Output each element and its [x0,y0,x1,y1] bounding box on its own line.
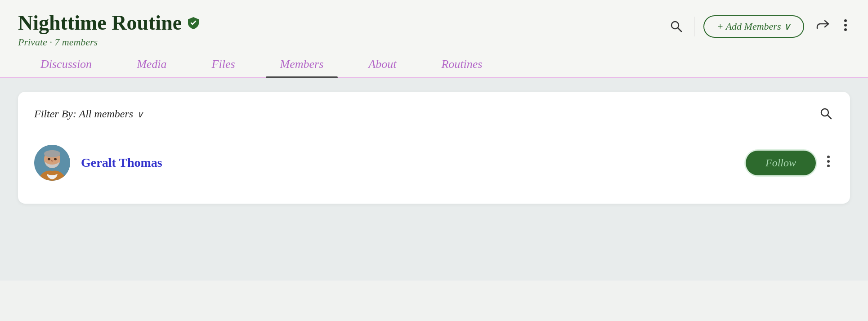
tab-routines[interactable]: Routines [419,49,505,77]
chevron-down-icon: ∨ [137,109,143,120]
svg-point-12 [827,156,830,158]
filter-label-text: Filter By: All members [34,108,133,120]
svg-line-1 [678,28,681,31]
members-card: Filter By: All members ∨ [18,92,850,204]
header-search-button[interactable] [667,17,685,36]
member-name: Geralt Thomas [81,156,735,170]
tab-files[interactable]: Files [189,49,258,77]
add-members-button[interactable]: + Add Members ∨ [703,15,804,38]
nav-tabs-container: Discussion Media Files Members About Rou… [0,49,868,78]
filter-bar: Filter By: All members ∨ [34,105,834,132]
svg-point-11 [54,158,57,160]
tab-members[interactable]: Members [258,49,346,77]
svg-point-14 [827,165,830,167]
svg-point-9 [44,150,60,157]
member-search-button[interactable] [818,105,834,123]
group-title-text: Nighttime Routine [18,11,182,35]
follow-button[interactable]: Follow [746,151,816,175]
svg-line-6 [828,115,831,119]
svg-point-13 [827,160,830,163]
nav-tabs: Discussion Media Files Members About Rou… [18,49,850,77]
shield-icon [186,16,201,30]
group-subtitle: Private · 7 members [18,36,201,48]
tab-about[interactable]: About [346,49,419,77]
tab-media[interactable]: Media [114,49,189,77]
svg-point-2 [844,19,847,22]
group-title: Nighttime Routine [18,11,201,35]
member-actions: Follow [746,151,834,175]
header-actions: + Add Members ∨ [667,8,850,38]
share-button[interactable] [813,16,832,37]
header-divider [694,17,694,36]
more-options-button[interactable] [841,16,850,37]
svg-point-4 [844,28,847,31]
add-members-label: + Add Members ∨ [717,21,791,32]
member-row: Geralt Thomas Follow [34,132,834,190]
follow-label: Follow [765,157,796,169]
tab-discussion[interactable]: Discussion [18,49,114,77]
svg-point-10 [48,158,50,160]
main-content: Filter By: All members ∨ [0,78,868,281]
avatar [34,145,70,181]
header-left: Nighttime Routine Private · 7 members [18,8,201,48]
svg-point-3 [844,24,847,27]
member-more-button[interactable] [823,153,834,173]
header: Nighttime Routine Private · 7 members + … [0,0,868,49]
filter-dropdown[interactable]: Filter By: All members ∨ [34,108,143,120]
